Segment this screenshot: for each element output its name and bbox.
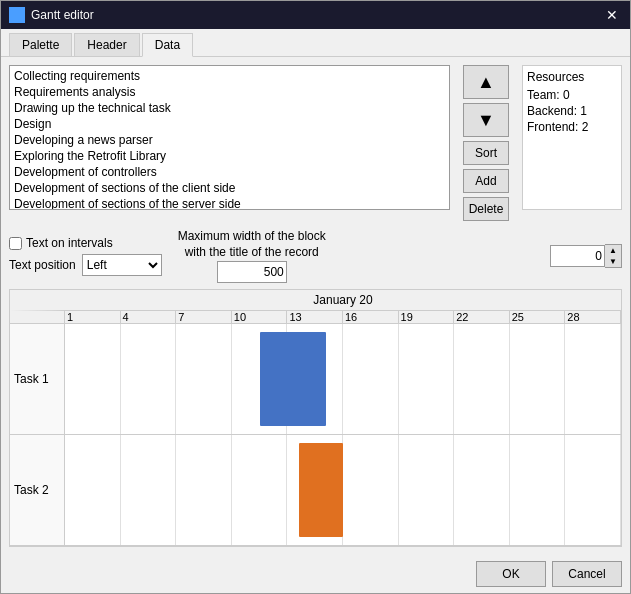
text-on-intervals-row: Text on intervals	[9, 236, 162, 250]
task-list-item[interactable]: Requirements analysis	[10, 84, 449, 100]
gantt-cell	[510, 324, 566, 434]
gantt-cell	[343, 435, 399, 545]
add-button[interactable]: Add	[463, 169, 509, 193]
gantt-date-cells: 14710131619222528	[65, 311, 621, 323]
gantt-cell	[565, 324, 621, 434]
text-on-intervals-label: Text on intervals	[26, 236, 113, 250]
move-down-button[interactable]: ▼	[463, 103, 509, 137]
task-list-item[interactable]: Developing a news parser	[10, 132, 449, 148]
gantt-row-label: Task 2	[10, 435, 65, 545]
gantt-date-cell: 1	[65, 311, 121, 323]
gantt-row-label: Task 1	[10, 324, 65, 434]
task-list-item[interactable]: Collecting requirements	[10, 68, 449, 84]
text-position-row: Text position Left Right Center	[9, 254, 162, 276]
text-position-label: Text position	[9, 258, 76, 272]
ok-button[interactable]: OK	[476, 561, 546, 587]
spinner-input[interactable]: 0	[550, 245, 605, 267]
max-width-section: Maximum width of the block with the titl…	[178, 229, 326, 283]
resources-box: Resources Team: 0Backend: 1Frontend: 2	[522, 65, 622, 210]
gantt-bar	[260, 332, 327, 426]
max-width-label2: with the title of the record	[185, 245, 319, 259]
max-width-spinner: 500	[217, 261, 287, 283]
gantt-date-cell: 13	[287, 311, 343, 323]
options-row: Text on intervals Text position Left Rig…	[9, 229, 622, 283]
title-bar: Gantt editor ✕	[1, 1, 630, 29]
gantt-month-header: January 20	[10, 290, 621, 311]
gantt-date-cell: 22	[454, 311, 510, 323]
gantt-cell	[65, 324, 121, 434]
top-section: Collecting requirementsRequirements anal…	[9, 65, 622, 221]
gantt-row: Task 2	[10, 435, 621, 546]
gantt-cell	[454, 324, 510, 434]
tab-data[interactable]: Data	[142, 33, 193, 57]
gantt-row-content	[65, 435, 621, 545]
action-buttons: ▲ ▼ Sort Add Delete	[458, 65, 514, 221]
tab-palette[interactable]: Palette	[9, 33, 72, 56]
tabs-bar: Palette Header Data	[1, 29, 630, 57]
gantt-row-content	[65, 324, 621, 434]
resource-item: Backend: 1	[527, 104, 617, 118]
gantt-dates-row: 14710131619222528	[10, 311, 621, 324]
task-list-item[interactable]: Development of controllers	[10, 164, 449, 180]
spin-down-button[interactable]: ▼	[605, 256, 621, 267]
gantt-date-cell: 19	[399, 311, 455, 323]
task-list-item[interactable]: Exploring the Retrofit Library	[10, 148, 449, 164]
gantt-cell	[121, 435, 177, 545]
task-list-item[interactable]: Drawing up the technical task	[10, 100, 449, 116]
gantt-cell	[510, 435, 566, 545]
resources-title: Resources	[527, 70, 617, 84]
gantt-date-cell: 16	[343, 311, 399, 323]
gantt-cell	[121, 324, 177, 434]
spin-buttons: ▲ ▼	[605, 244, 622, 268]
task-list-item[interactable]: Development of sections of the server si…	[10, 196, 449, 210]
resource-item: Frontend: 2	[527, 120, 617, 134]
move-up-button[interactable]: ▲	[463, 65, 509, 99]
tab-header[interactable]: Header	[74, 33, 139, 56]
task-list[interactable]: Collecting requirementsRequirements anal…	[9, 65, 450, 210]
close-button[interactable]: ✕	[602, 5, 622, 25]
gantt-cell	[65, 435, 121, 545]
gantt-editor-window: Gantt editor ✕ Palette Header Data Colle…	[0, 0, 631, 594]
text-position-select[interactable]: Left Right Center	[82, 254, 162, 276]
task-list-item[interactable]: Design	[10, 116, 449, 132]
gantt-date-cell: 28	[565, 311, 621, 323]
delete-button[interactable]: Delete	[463, 197, 509, 221]
gantt-rows: Task 1Task 2	[10, 324, 621, 546]
max-width-label1: Maximum width of the block	[178, 229, 326, 243]
task-list-item[interactable]: Development of sections of the client si…	[10, 180, 449, 196]
main-content: Collecting requirementsRequirements anal…	[1, 57, 630, 555]
gantt-date-cell: 7	[176, 311, 232, 323]
gantt-cell	[176, 435, 232, 545]
spin-up-button[interactable]: ▲	[605, 245, 621, 256]
resource-item: Team: 0	[527, 88, 617, 102]
gantt-cell	[399, 435, 455, 545]
gantt-cell	[565, 435, 621, 545]
right-spinner: 0 ▲ ▼	[550, 244, 622, 268]
options-left: Text on intervals Text position Left Rig…	[9, 236, 162, 276]
app-icon	[9, 7, 25, 23]
max-width-input[interactable]: 500	[217, 261, 287, 283]
gantt-label-spacer	[10, 311, 65, 323]
gantt-cell	[343, 324, 399, 434]
gantt-cell	[454, 435, 510, 545]
footer: OK Cancel	[1, 555, 630, 593]
text-on-intervals-checkbox[interactable]	[9, 237, 22, 250]
gantt-date-cell: 4	[121, 311, 177, 323]
gantt-date-cell: 25	[510, 311, 566, 323]
gantt-chart: January 20 14710131619222528 Task 1Task …	[9, 289, 622, 547]
sort-button[interactable]: Sort	[463, 141, 509, 165]
gantt-row: Task 1	[10, 324, 621, 435]
gantt-cell	[399, 324, 455, 434]
gantt-date-cell: 10	[232, 311, 288, 323]
window-title: Gantt editor	[31, 8, 602, 22]
gantt-cell	[232, 435, 288, 545]
gantt-bar	[299, 443, 343, 537]
gantt-cell	[176, 324, 232, 434]
cancel-button[interactable]: Cancel	[552, 561, 622, 587]
